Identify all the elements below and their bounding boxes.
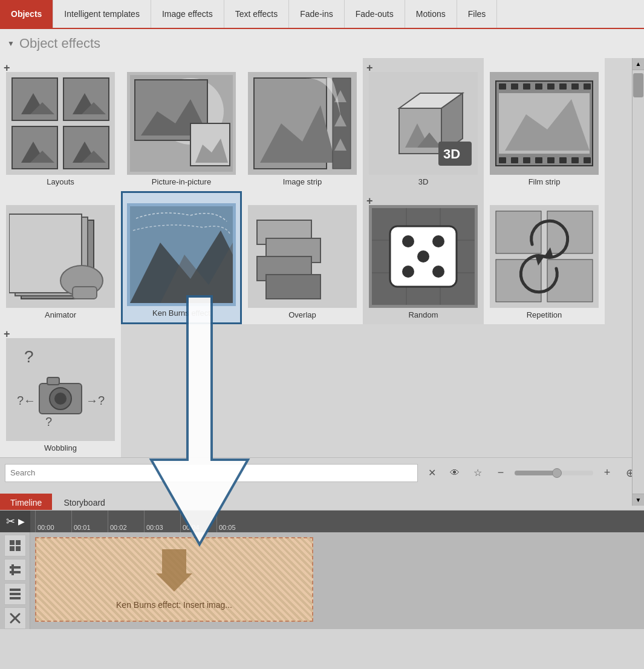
svg-rect-24 — [499, 157, 506, 163]
effect-picture-in-picture[interactable]: Picture-in-picture — [121, 58, 242, 191]
effect-animator[interactable]: Animator — [0, 191, 121, 324]
3d-label: 3D — [418, 177, 429, 186]
ken-burns-thumb — [127, 203, 236, 306]
section-header: ▼ Object effects — [0, 29, 644, 58]
svg-rect-25 — [511, 157, 518, 163]
tab-timeline[interactable]: Timeline — [0, 494, 52, 510]
tab-text-effects[interactable]: Text effects — [224, 0, 290, 28]
effect-layouts[interactable]: + — [0, 58, 121, 191]
track-btn-1[interactable] — [4, 535, 26, 556]
effect-3d[interactable]: + 3D — [363, 58, 484, 191]
svg-text:?: ? — [45, 415, 52, 428]
effect-overlap[interactable]: Overlap — [242, 191, 363, 324]
svg-rect-58 — [496, 259, 541, 302]
clear-search-button[interactable]: ✕ — [423, 464, 441, 482]
svg-rect-21 — [559, 83, 567, 90]
pip-label: Picture-in-picture — [152, 177, 211, 186]
svg-rect-30 — [571, 157, 579, 163]
tab-files[interactable]: Files — [457, 0, 498, 28]
scroll-up-button[interactable]: ▲ — [633, 58, 644, 70]
svg-text:?←: ?← — [17, 394, 36, 407]
svg-text:3D: 3D — [443, 146, 460, 162]
tab-fade-outs[interactable]: Fade-outs — [345, 0, 405, 28]
svg-point-51 — [402, 235, 414, 247]
svg-rect-71 — [10, 540, 15, 545]
effect-image-strip[interactable]: Image strip — [242, 58, 363, 191]
ken-burns-label: Ken Burns effect — [152, 308, 210, 318]
svg-rect-74 — [16, 546, 21, 551]
film-strip-thumb — [490, 72, 599, 175]
zoom-in-button[interactable]: + — [598, 464, 616, 482]
random-label: Random — [408, 310, 438, 319]
svg-rect-59 — [547, 259, 593, 302]
collapse-icon[interactable]: ▼ — [7, 39, 15, 48]
svg-rect-31 — [584, 157, 591, 163]
svg-rect-72 — [16, 540, 21, 545]
svg-text:→?: →? — [86, 394, 105, 407]
tab-motions[interactable]: Motions — [405, 0, 457, 28]
top-navigation: Objects Intelligent templates Image effe… — [0, 0, 644, 29]
wobbling-thumb: ? ?← →? ? — [6, 338, 115, 441]
wobbling-label: Wobbling — [44, 443, 77, 452]
timeline-tracks: Ken Burns effect: Insert imag... — [0, 532, 644, 629]
3d-thumb: 3D — [369, 72, 478, 175]
ruler-mark-1: 00:01 — [71, 511, 108, 532]
effect-random[interactable]: + — [363, 191, 484, 324]
tab-storyboard[interactable]: Storyboard — [53, 494, 115, 510]
search-input[interactable] — [5, 464, 418, 482]
image-strip-thumb — [248, 72, 357, 175]
cut-icon: ✂ — [6, 515, 15, 528]
overlap-thumb — [248, 205, 357, 308]
timeline-ruler: ✂ ▶ 00:00 00:01 00:02 00:03 00:04 00:05 — [0, 511, 644, 532]
effect-film-strip[interactable]: Film strip — [484, 58, 605, 191]
drop-zone[interactable]: Ken Burns effect: Insert imag... — [35, 537, 313, 622]
film-strip-label: Film strip — [529, 177, 561, 186]
overlap-label: Overlap — [288, 310, 316, 319]
animator-thumb — [6, 205, 115, 308]
image-strip-label: Image strip — [283, 177, 322, 186]
svg-rect-57 — [547, 211, 593, 253]
svg-point-54 — [402, 266, 414, 278]
tab-intelligent-templates[interactable]: Intelligent templates — [53, 0, 151, 28]
zoom-slider-thumb[interactable] — [552, 468, 562, 478]
svg-rect-26 — [523, 157, 530, 163]
svg-rect-22 — [571, 83, 579, 90]
tab-objects[interactable]: Objects — [0, 0, 53, 28]
tab-fade-ins[interactable]: Fade-ins — [289, 0, 344, 28]
effect-wobbling[interactable]: + ? ?← →? ? W — [0, 324, 121, 457]
effects-row-1: + — [0, 58, 644, 191]
svg-point-66 — [54, 393, 67, 405]
scrollbar-track — [633, 70, 644, 494]
effect-ken-burns[interactable]: Ken Burns effect — [121, 191, 242, 324]
track-btn-3[interactable] — [4, 583, 26, 605]
scrollbar-thumb[interactable] — [633, 73, 643, 97]
effect-repetition[interactable]: Repetition — [484, 191, 605, 324]
track-btn-4[interactable] — [4, 607, 26, 629]
ruler-mark-0: 00:00 — [35, 511, 71, 532]
track-btn-2[interactable] — [4, 559, 26, 581]
drop-zone-text: Ken Burns effect: Insert imag... — [116, 600, 232, 610]
search-bar: ✕ 👁 ☆ − + ⊕ — [0, 457, 644, 488]
effects-area: + — [0, 58, 644, 457]
effects-scrollbar[interactable]: ▲ ▼ — [632, 58, 644, 506]
svg-rect-44 — [266, 275, 320, 299]
svg-rect-23 — [584, 83, 591, 90]
preview-button[interactable]: 👁 — [446, 464, 464, 482]
svg-marker-83 — [156, 549, 192, 592]
tab-image-effects[interactable]: Image effects — [151, 0, 224, 28]
svg-rect-56 — [496, 211, 541, 253]
timeline-tool-icons: ✂ ▶ — [0, 511, 30, 532]
ruler-mark-4: 00:04 — [180, 511, 216, 532]
zoom-slider-fill — [515, 471, 554, 475]
drop-arrow-icon — [156, 549, 192, 598]
scroll-down-button[interactable]: ▼ — [633, 494, 644, 506]
random-thumb — [369, 205, 478, 308]
favorites-button[interactable]: ☆ — [469, 464, 487, 482]
zoom-out-button[interactable]: − — [492, 464, 510, 482]
svg-rect-16 — [499, 83, 506, 90]
ruler-mark-2: 00:02 — [108, 511, 144, 532]
svg-rect-27 — [535, 157, 542, 163]
svg-rect-18 — [523, 83, 530, 90]
track-sidebar — [0, 532, 30, 629]
section-title: Object effects — [19, 36, 100, 51]
